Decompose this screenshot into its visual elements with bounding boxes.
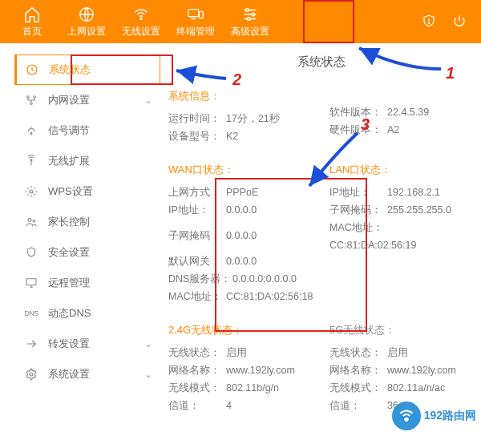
runtime-value: 17分，21秒	[226, 110, 280, 127]
sidebar-item-forward[interactable]: 转发设置 ⌄	[0, 329, 168, 359]
w24-ch-value: 4	[226, 397, 232, 414]
shield-icon	[24, 245, 38, 260]
wan-mode-value: PPPoE	[226, 184, 258, 201]
w5-mode-label: 无线模式：	[329, 379, 387, 397]
wan-mask-value: 0.0.0.0	[226, 227, 257, 244]
sidebar-item-lan-settings[interactable]: 内网设置 ⌄	[0, 85, 168, 115]
nav-wireless[interactable]: 无线设置	[114, 0, 168, 43]
wan-gw-value: 0.0.0.0	[226, 252, 257, 270]
svg-rect-2	[188, 9, 199, 16]
sidebar-item-signal[interactable]: 信号调节	[0, 115, 168, 146]
w24-ssid-value: www.192ly.com	[226, 361, 295, 379]
sidebar-item-system-status[interactable]: 系统状态	[14, 54, 160, 85]
wan-mac-label: MAC地址：	[168, 288, 226, 305]
sidebar-item-label: 无线扩展	[48, 154, 90, 168]
page-title: 系统状态	[168, 54, 475, 70]
network-icon	[24, 93, 38, 107]
w24-ch-label: 信道：	[168, 397, 226, 414]
power-icon[interactable]	[452, 14, 468, 30]
w5-mode-value: 802.11a/n/ac	[387, 379, 445, 397]
sysinfo-title: 系统信息：	[168, 89, 313, 103]
sw-value: 22.4.5.39	[387, 103, 429, 121]
wan-gw-label: 默认网关：	[168, 252, 226, 270]
chevron-down-icon: ⌄	[144, 338, 152, 349]
sidebar-item-wireless-ext[interactable]: 无线扩展	[0, 146, 168, 176]
wan-dns-value: 0.0.0.0;0.0.0.0	[232, 270, 297, 288]
sidebar-item-label: 家长控制	[48, 215, 90, 229]
sidebar-item-label: 内网设置	[48, 93, 90, 107]
dns-icon: DNS	[24, 306, 38, 321]
svg-point-18	[30, 373, 33, 376]
sidebar-item-parental[interactable]: 家长控制	[0, 207, 168, 237]
signal-icon	[24, 123, 38, 138]
shield-icon[interactable]	[422, 14, 438, 30]
svg-point-15	[28, 218, 31, 221]
w24-state-value: 启用	[226, 344, 247, 361]
wan-dns-label: DNS服务器：	[168, 270, 232, 288]
lan-ip-value: 192.168.2.1	[387, 184, 440, 201]
nav-home[interactable]: 首页	[5, 0, 59, 43]
sidebar-item-wps[interactable]: WPS设置	[0, 176, 168, 207]
sidebar: 系统状态 内网设置 ⌄ 信号调节 无线扩展 WPS设置	[0, 43, 168, 448]
wifi-icon	[132, 6, 150, 23]
sidebar-item-label: 远程管理	[48, 276, 90, 290]
model-label: 设备型号：	[168, 127, 226, 145]
watermark-text: 192路由网	[424, 409, 476, 423]
sidebar-item-system[interactable]: 系统设置 ⌄	[0, 359, 168, 389]
lan-mask-value: 255.255.255.0	[387, 201, 451, 219]
nav-label: 高级设置	[231, 25, 269, 38]
svg-point-16	[33, 220, 35, 222]
sidebar-item-label: 系统状态	[49, 63, 91, 77]
content: 系统状态 系统信息： 运行时间：17分，21秒 设备型号：K2 软件版本：22.…	[168, 43, 481, 448]
svg-point-5	[252, 13, 255, 16]
svg-rect-17	[26, 279, 36, 285]
chevron-down-icon: ⌄	[144, 95, 152, 106]
lan-mac-value: CC:81:DA:02:56:19	[329, 236, 416, 254]
svg-point-14	[30, 190, 33, 193]
wan-title: WAN口状态：	[168, 163, 313, 177]
sidebar-item-security[interactable]: 安全设置	[0, 237, 168, 268]
antenna-icon	[24, 154, 38, 168]
lan-mac-label: MAC地址：	[329, 219, 387, 236]
nav-advanced[interactable]: 高级设置	[223, 0, 277, 43]
hw-value: A2	[387, 121, 399, 139]
globe-icon	[78, 6, 95, 23]
nav-internet[interactable]: 上网设置	[59, 0, 114, 43]
w5-state-label: 无线状态：	[329, 344, 387, 361]
annotation-number-2: 2	[232, 71, 241, 89]
svg-point-9	[27, 96, 30, 99]
sidebar-item-label: WPS设置	[48, 184, 93, 199]
nav-label: 首页	[22, 25, 42, 38]
watermark-logo-icon	[392, 402, 421, 430]
forward-icon	[24, 337, 38, 351]
users-icon	[24, 215, 38, 229]
nav-clients[interactable]: 终端管理	[168, 0, 223, 43]
w24-state-label: 无线状态：	[168, 344, 226, 361]
sidebar-item-ddns[interactable]: DNS 动态DNS	[0, 298, 168, 329]
lan-ip-label: IP地址：	[329, 184, 387, 201]
w24-title: 2.4G无线状态：	[168, 323, 313, 337]
gear-icon	[24, 184, 38, 199]
wan-mask-label: 子网掩码：	[168, 227, 226, 244]
w5-title: 5G无线状态：	[329, 323, 475, 337]
sidebar-item-remote[interactable]: 远程管理	[0, 268, 168, 298]
wan-ip-value: 0.0.0.0	[226, 201, 257, 219]
nav-label: 终端管理	[176, 25, 215, 38]
wan-ip-label: IP地址：	[168, 201, 226, 219]
w24-ssid-label: 网络名称：	[168, 361, 226, 379]
nav-label: 上网设置	[67, 25, 106, 38]
lan-title: LAN口状态：	[329, 163, 475, 177]
sidebar-item-label: 动态DNS	[48, 306, 91, 321]
svg-point-19	[405, 418, 407, 421]
clock-icon	[25, 63, 39, 77]
nav-label: 无线设置	[122, 25, 160, 38]
runtime-label: 运行时间：	[168, 110, 226, 127]
sw-label: 软件版本：	[329, 103, 387, 121]
hw-label: 硬件版本：	[329, 121, 387, 139]
wan-mac-value: CC:81:DA:02:56:18	[226, 288, 313, 305]
svg-point-7	[428, 22, 429, 23]
sidebar-item-label: 系统设置	[48, 367, 90, 381]
sidebar-item-label: 信号调节	[48, 123, 90, 138]
w5-ssid-value: www.192ly.com	[387, 361, 456, 379]
annotation-number-1: 1	[446, 64, 455, 83]
